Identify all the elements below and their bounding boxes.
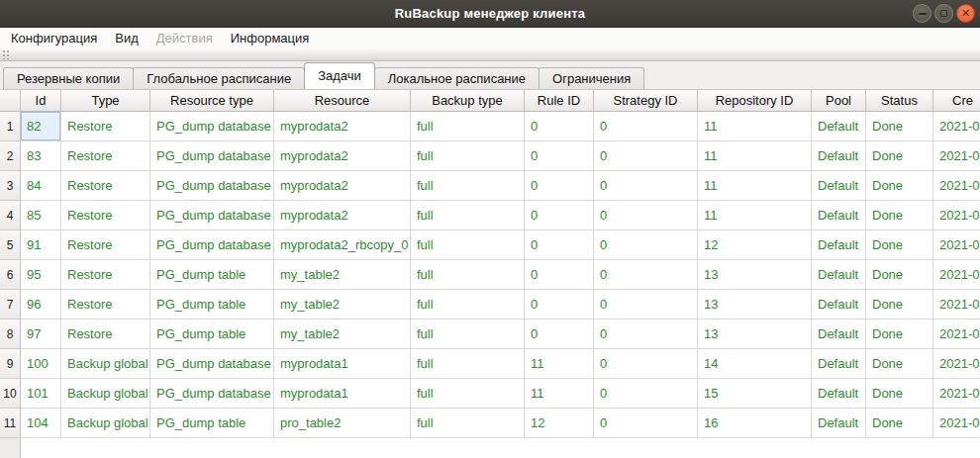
table-cell[interactable]: PG_dump table — [150, 260, 274, 290]
table-cell[interactable]: 14 — [698, 349, 812, 379]
table-cell[interactable]: Backup global — [61, 379, 150, 409]
table-cell[interactable]: PG_dump database — [150, 201, 274, 230]
column-header[interactable]: Status — [866, 90, 933, 111]
column-header[interactable]: Resource — [274, 90, 411, 111]
table-cell[interactable]: Default — [812, 349, 866, 379]
table-cell[interactable]: pro_table2 — [274, 409, 411, 438]
table-cell[interactable]: 12 — [525, 409, 594, 438]
table-cell[interactable]: 0 — [525, 112, 594, 141]
table-cell[interactable]: 15 — [698, 379, 812, 409]
table-cell[interactable]: Done — [866, 379, 933, 409]
column-header[interactable]: Pool — [812, 90, 866, 111]
table-cell[interactable]: my_table2 — [274, 290, 411, 320]
table-corner-cell[interactable] — [0, 90, 21, 111]
table-cell[interactable]: PG_dump table — [150, 290, 274, 320]
table-cell[interactable]: 2021-0 — [933, 201, 980, 230]
table-cell[interactable]: 2021-0 — [933, 290, 980, 320]
table-cell[interactable]: Restore — [61, 171, 150, 201]
table-cell[interactable]: full — [411, 290, 525, 320]
table-cell[interactable]: Restore — [61, 290, 150, 320]
table-cell[interactable]: 83 — [21, 141, 61, 171]
table-cell[interactable]: Default — [812, 320, 866, 349]
column-header[interactable]: Backup type — [411, 90, 525, 111]
table-cell[interactable]: myprodata2 — [274, 112, 411, 141]
table-cell[interactable]: 13 — [698, 320, 812, 349]
menu-item[interactable]: Вид — [106, 29, 147, 47]
table-cell[interactable]: Done — [866, 290, 933, 320]
table-cell[interactable]: Done — [866, 260, 933, 290]
tab[interactable]: Ограничения — [539, 67, 644, 89]
table-cell[interactable]: 2021-0 — [933, 171, 980, 201]
table-cell[interactable]: Done — [866, 230, 933, 260]
table-cell[interactable]: Restore — [61, 230, 150, 260]
row-number-cell[interactable]: 5 — [0, 230, 21, 260]
row-number-cell[interactable]: 8 — [0, 320, 21, 349]
table-cell[interactable]: Done — [866, 409, 933, 438]
table-cell[interactable]: 11 — [525, 349, 594, 379]
table-cell[interactable]: full — [411, 349, 525, 379]
maximize-button[interactable] — [934, 4, 953, 23]
table-cell[interactable]: 12 — [698, 230, 812, 260]
table-cell[interactable]: Restore — [61, 112, 150, 141]
table-cell[interactable]: Restore — [61, 141, 150, 171]
column-header[interactable]: Type — [61, 90, 150, 111]
row-number-cell[interactable]: 2 — [0, 141, 21, 171]
table-cell[interactable]: 0 — [525, 260, 594, 290]
table-cell[interactable]: 11 — [698, 201, 812, 230]
table-cell[interactable]: PG_dump table — [150, 409, 274, 438]
row-number-cell[interactable]: 10 — [0, 379, 21, 409]
table-cell[interactable]: Default — [812, 201, 866, 230]
table-cell[interactable]: Done — [866, 112, 933, 141]
column-header[interactable]: Resource type — [150, 90, 274, 111]
table-cell[interactable]: 0 — [594, 141, 698, 171]
table-cell[interactable]: 0 — [525, 320, 594, 349]
table-cell[interactable]: 0 — [594, 379, 698, 409]
table-cell[interactable]: full — [411, 171, 525, 201]
row-number-cell[interactable]: 6 — [0, 260, 21, 290]
table-cell[interactable]: myprodata2 — [274, 201, 411, 230]
table-cell[interactable]: 2021-0 — [933, 112, 980, 141]
table-cell[interactable]: my_table2 — [274, 320, 411, 349]
column-header[interactable]: Repository ID — [698, 90, 812, 111]
tab[interactable]: Задачи — [304, 62, 375, 89]
table-cell[interactable]: Done — [866, 201, 933, 230]
table-cell[interactable]: my_table2 — [274, 260, 411, 290]
table-cell[interactable]: 0 — [594, 349, 698, 379]
table-cell[interactable]: 85 — [21, 201, 61, 230]
table-cell[interactable]: Default — [812, 230, 866, 260]
table-cell[interactable]: 100 — [21, 349, 61, 379]
table-cell[interactable]: 82 — [21, 112, 61, 141]
table-cell[interactable]: full — [411, 379, 525, 409]
row-number-cell[interactable]: 4 — [0, 201, 21, 230]
table-cell[interactable]: Done — [866, 171, 933, 201]
row-number-cell[interactable]: 3 — [0, 171, 21, 201]
row-number-cell[interactable]: 9 — [0, 349, 21, 379]
table-cell[interactable]: full — [411, 112, 525, 141]
table-cell[interactable]: 0 — [525, 171, 594, 201]
table-cell[interactable]: Done — [866, 349, 933, 379]
close-button[interactable]: ✕ — [956, 4, 975, 23]
table-cell[interactable]: 11 — [698, 171, 812, 201]
table-cell[interactable]: PG_dump database — [150, 171, 274, 201]
table-cell[interactable]: Restore — [61, 260, 150, 290]
table-cell[interactable]: Done — [866, 320, 933, 349]
column-header[interactable]: Rule ID — [525, 90, 594, 111]
table-cell[interactable]: myprodata2_rbcopy_0 — [274, 230, 411, 260]
table-cell[interactable]: full — [411, 260, 525, 290]
table-cell[interactable]: Default — [812, 171, 866, 201]
table-cell[interactable]: PG_dump database — [150, 141, 274, 171]
table-cell[interactable]: full — [411, 320, 525, 349]
table-cell[interactable]: myprodata2 — [274, 141, 411, 171]
table-cell[interactable]: 11 — [698, 112, 812, 141]
column-header[interactable]: Id — [21, 90, 61, 111]
titlebar[interactable]: RuBackup менеджер клиента ✕ — [0, 0, 980, 28]
table-cell[interactable]: 2021-0 — [933, 260, 980, 290]
table-cell[interactable]: 11 — [525, 379, 594, 409]
table-cell[interactable]: myprodata2 — [274, 171, 411, 201]
table-cell[interactable]: 13 — [698, 290, 812, 320]
column-header[interactable]: Strategy ID — [594, 90, 698, 111]
table-cell[interactable]: 101 — [21, 379, 61, 409]
drag-handle-icon[interactable] — [2, 49, 10, 59]
table-cell[interactable]: 2021-0 — [933, 230, 980, 260]
table-cell[interactable]: 91 — [21, 230, 61, 260]
